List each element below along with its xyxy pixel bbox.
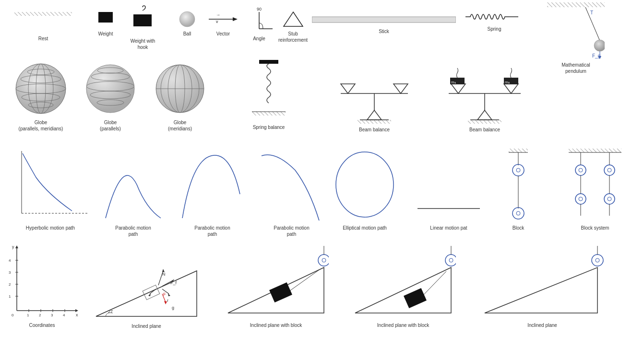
item-inclined-block1: Inclined plane with block xyxy=(223,244,329,328)
svg-text:r: r xyxy=(167,298,168,303)
svg-marker-12 xyxy=(284,12,303,26)
svg-text:m₁: m₁ xyxy=(451,80,456,84)
item-stub: Stubreinforcement xyxy=(278,10,308,43)
globe-m-label: Globe(meridians) xyxy=(168,119,192,132)
item-weight: Weight xyxy=(96,10,115,37)
item-spring: Spring xyxy=(465,10,523,32)
svg-point-101 xyxy=(608,197,611,201)
item-coordinates: y x 4 3 2 1 0 1 2 3 4 Coordinates xyxy=(5,244,79,328)
ball-label: Ball xyxy=(183,31,191,37)
parabolic3-label: Parabolic motionpath xyxy=(274,225,309,237)
hyperbolic-label: Hyperbolic motion path xyxy=(26,225,75,231)
svg-text:g: g xyxy=(172,305,174,310)
svg-marker-150 xyxy=(355,267,451,313)
svg-point-146 xyxy=(322,258,326,262)
item-ball: Ball xyxy=(178,10,197,37)
svg-marker-58 xyxy=(341,84,355,93)
svg-point-82 xyxy=(516,168,520,172)
item-vector: → v Vector xyxy=(206,10,240,37)
block-system-label: Block system xyxy=(581,225,609,231)
vector-label: Vector xyxy=(216,31,230,37)
spring-label: Spring xyxy=(488,26,501,32)
svg-text:v: v xyxy=(216,19,218,24)
svg-point-91 xyxy=(579,168,583,172)
svg-rect-15 xyxy=(547,2,605,7)
svg-point-158 xyxy=(596,258,599,262)
svg-point-4 xyxy=(179,12,195,27)
coordinates-label: Coordinates xyxy=(29,322,55,328)
linear-label: Linear motion pat xyxy=(430,225,467,231)
svg-text:90: 90 xyxy=(257,7,262,12)
item-block: Block xyxy=(499,146,537,231)
svg-marker-6 xyxy=(233,17,238,21)
svg-text:3: 3 xyxy=(9,270,11,275)
stub-label: Stubreinforcement xyxy=(278,31,308,43)
svg-rect-3 xyxy=(133,14,152,26)
svg-text:4: 4 xyxy=(63,313,65,317)
svg-point-85 xyxy=(516,211,520,215)
svg-marker-61 xyxy=(477,110,492,120)
svg-text:0: 0 xyxy=(12,313,14,317)
item-angle: 90 Angle xyxy=(245,5,274,42)
svg-text:F_g: F_g xyxy=(592,53,600,58)
item-hyperbolic: Hyperbolic motion path xyxy=(10,146,91,231)
svg-text:m₂: m₂ xyxy=(505,80,510,84)
svg-text:1: 1 xyxy=(27,313,29,317)
svg-rect-13 xyxy=(312,17,456,23)
angle-label: Angle xyxy=(253,35,265,42)
svg-text:x: x xyxy=(76,313,78,317)
math-pendulum-top-label: Mathematicalpendulum xyxy=(561,62,590,74)
item-inclined-block2: Inclined plane with block xyxy=(350,244,456,328)
svg-marker-67 xyxy=(451,84,465,93)
svg-text:2: 2 xyxy=(9,282,11,287)
item-weight-hook: Weight withhook xyxy=(130,5,156,50)
svg-marker-131 xyxy=(162,269,165,272)
globe-pm-label: Globe(parallels, meridians) xyxy=(19,119,63,132)
svg-marker-105 xyxy=(15,245,18,248)
svg-marker-156 xyxy=(485,267,597,313)
svg-point-81 xyxy=(513,164,524,176)
item-spring-balance: Spring balance xyxy=(245,60,293,130)
svg-point-97 xyxy=(604,165,615,175)
svg-rect-149 xyxy=(269,282,292,302)
svg-point-145 xyxy=(318,255,329,266)
item-math-pendulum-top: T F_g Mathematicalpendulum xyxy=(547,2,605,74)
item-globe-pm: Globe(parallels, meridians) xyxy=(10,60,72,132)
item-inclined-plane: 27 N F_f F r g Inclined plane xyxy=(91,242,202,329)
spring-balance-label: Spring balance xyxy=(253,124,285,130)
svg-text:27: 27 xyxy=(108,309,113,314)
item-beam-balance1: Beam balance xyxy=(331,58,417,133)
beam-balance2-label: Beam balance xyxy=(469,127,500,133)
svg-text:T: T xyxy=(590,10,593,15)
svg-point-151 xyxy=(445,255,456,266)
weight-hook-label: Weight withhook xyxy=(131,38,155,50)
svg-point-75 xyxy=(336,152,394,217)
block-label: Block xyxy=(513,225,524,231)
beam-balance1-label: Beam balance xyxy=(359,127,390,133)
parabolic2-label: Parabolic motionpath xyxy=(194,225,230,237)
item-globe-m: Globe(meridians) xyxy=(151,60,209,132)
item-block-system: Block system xyxy=(561,146,629,231)
svg-point-19 xyxy=(594,40,605,51)
svg-point-98 xyxy=(608,168,611,172)
svg-point-24 xyxy=(16,64,66,114)
svg-point-100 xyxy=(604,194,615,204)
svg-point-94 xyxy=(579,197,583,201)
svg-point-93 xyxy=(575,194,586,204)
parabolic1-label: Parabolic motionpath xyxy=(115,225,151,237)
svg-rect-2 xyxy=(98,12,113,23)
item-parabolic2: Parabolic motionpath xyxy=(178,146,247,237)
item-inclined-plane2: Inclined plane xyxy=(480,244,605,328)
physics-diagram-canvas: Rest Weight Weight withhook Ball xyxy=(0,0,644,348)
svg-text:2: 2 xyxy=(39,313,41,317)
svg-rect-54 xyxy=(358,120,391,124)
item-linear: Linear motion pat xyxy=(413,146,485,231)
inclined-plane-label: Inclined plane xyxy=(131,323,161,329)
svg-text:3: 3 xyxy=(51,313,53,317)
svg-marker-59 xyxy=(394,84,408,93)
inclined-block2-label: Inclined plane with block xyxy=(377,322,429,328)
svg-marker-141 xyxy=(168,293,170,296)
svg-rect-0 xyxy=(14,12,72,16)
svg-point-157 xyxy=(592,255,603,266)
item-stick: Stick xyxy=(312,12,456,35)
